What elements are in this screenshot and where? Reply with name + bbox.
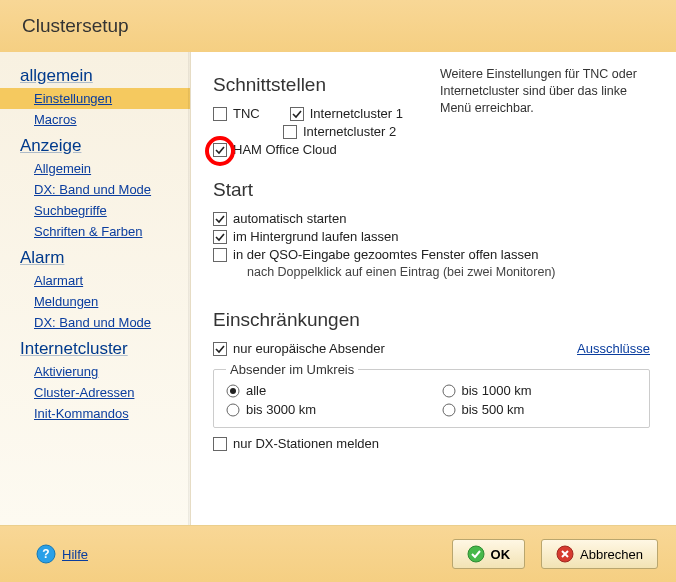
- sidebar-item-allgemein[interactable]: Allgemein: [0, 158, 190, 179]
- svg-rect-3: [214, 143, 227, 156]
- checkbox-run-background[interactable]: im Hintergrund laufen lassen: [213, 229, 398, 244]
- window-body: allgemein Einstellungen Macros Anzeige A…: [0, 52, 676, 525]
- help-link[interactable]: ? Hilfe: [36, 544, 88, 564]
- svg-point-10: [443, 385, 455, 397]
- checkbox-auto-start[interactable]: automatisch starten: [213, 211, 346, 226]
- sidebar-item-einstellungen[interactable]: Einstellungen: [0, 88, 190, 109]
- cancel-icon: [556, 545, 574, 563]
- window-title: Clustersetup: [22, 15, 129, 37]
- sidebar-item-schriften-farben[interactable]: Schriften & Farben: [0, 221, 190, 242]
- sidebar-item-meldungen[interactable]: Meldungen: [0, 291, 190, 312]
- link-ausschluesse[interactable]: Ausschlüsse: [577, 341, 650, 356]
- sidebar-cat-alarm[interactable]: Alarm: [0, 246, 190, 270]
- help-icon: ?: [36, 544, 56, 564]
- window-titlebar: Clustersetup: [0, 0, 676, 52]
- svg-point-16: [468, 546, 484, 562]
- checkbox-internetcluster-1[interactable]: Internetcluster 1: [290, 106, 403, 121]
- content-pane: Weitere Einstellungen für TNC oder Inter…: [191, 52, 676, 525]
- checkbox-ham-office-cloud[interactable]: HAM Office Cloud: [213, 142, 337, 157]
- sidebar-item-suchbegriffe[interactable]: Suchbegriffe: [0, 200, 190, 221]
- svg-point-9: [230, 388, 236, 394]
- checkbox-tnc[interactable]: TNC: [213, 106, 260, 121]
- checkbox-zoom-window[interactable]: in der QSO-Eingabe gezoomtes Fenster off…: [213, 247, 538, 262]
- svg-rect-13: [214, 437, 227, 450]
- sidebar-item-dx-band-mode-anzeige[interactable]: DX: Band und Mode: [0, 179, 190, 200]
- zoom-subtext: nach Doppelklick auf einen Eintrag (bei …: [247, 265, 650, 279]
- radio-500km[interactable]: bis 500 km: [442, 402, 638, 417]
- sidebar-cat-internetcluster[interactable]: Internetcluster: [0, 337, 190, 361]
- checkbox-internetcluster-2[interactable]: Internetcluster 2: [283, 124, 396, 139]
- svg-text:?: ?: [42, 547, 49, 561]
- svg-rect-1: [290, 107, 303, 120]
- ok-icon: [467, 545, 485, 563]
- svg-rect-7: [214, 342, 227, 355]
- radio-1000km[interactable]: bis 1000 km: [442, 383, 638, 398]
- group-legend: Absender im Umkreis: [226, 362, 358, 377]
- sidebar-cat-anzeige[interactable]: Anzeige: [0, 134, 190, 158]
- svg-point-11: [227, 404, 239, 416]
- sidebar-item-init-kommandos[interactable]: Init-Kommandos: [0, 403, 190, 424]
- svg-rect-5: [214, 230, 227, 243]
- svg-point-12: [443, 404, 455, 416]
- checkbox-dx-only[interactable]: nur DX-Stationen melden: [213, 436, 379, 451]
- section-start-title: Start: [213, 179, 650, 201]
- radio-3000km[interactable]: bis 3000 km: [226, 402, 422, 417]
- sidebar-item-cluster-adressen[interactable]: Cluster-Adressen: [0, 382, 190, 403]
- sidebar-item-aktivierung[interactable]: Aktivierung: [0, 361, 190, 382]
- footer-bar: ? Hilfe OK Abbrechen: [0, 525, 676, 582]
- sidebar-item-alarmart[interactable]: Alarmart: [0, 270, 190, 291]
- sidebar-cat-general[interactable]: allgemein: [0, 64, 190, 88]
- cancel-button[interactable]: Abbrechen: [541, 539, 658, 569]
- checkbox-euro-senders[interactable]: nur europäische Absender: [213, 341, 385, 356]
- sidebar: allgemein Einstellungen Macros Anzeige A…: [0, 52, 191, 525]
- svg-rect-2: [284, 125, 297, 138]
- sidebar-item-macros[interactable]: Macros: [0, 109, 190, 130]
- interfaces-block: TNC Internetcluster 1 Internetcluster 2: [213, 106, 650, 157]
- section-restrictions-title: Einschränkungen: [213, 309, 650, 331]
- svg-rect-6: [214, 248, 227, 261]
- sidebar-item-dx-band-mode-alarm[interactable]: DX: Band und Mode: [0, 312, 190, 333]
- svg-rect-0: [214, 107, 227, 120]
- svg-rect-4: [214, 212, 227, 225]
- group-absender-umkreis: Absender im Umkreis alle bis 1000 km bis…: [213, 362, 650, 428]
- ok-button[interactable]: OK: [452, 539, 526, 569]
- radio-alle[interactable]: alle: [226, 383, 422, 398]
